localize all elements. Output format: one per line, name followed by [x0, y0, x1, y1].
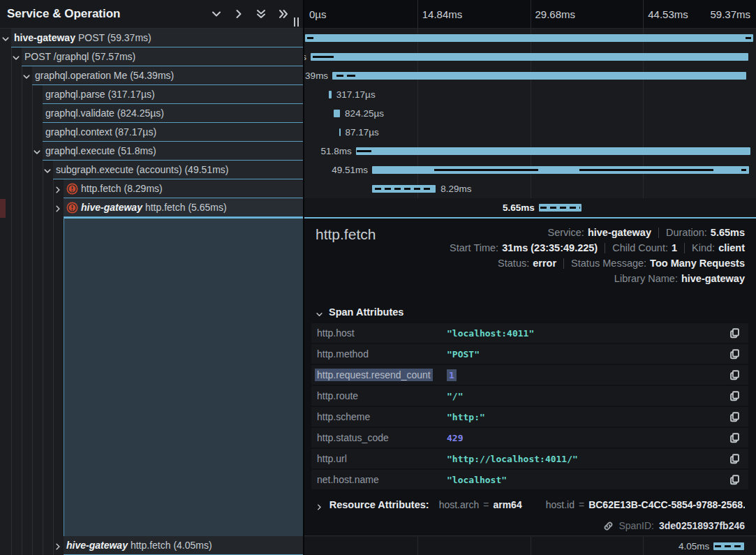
- metadata-divider: [658, 228, 659, 238]
- timeline-row[interactable]: 5.65ms: [304, 198, 756, 217]
- resource-attributes-values: host.arch=arm64host.id=BC62E13B-C4CC-585…: [429, 499, 745, 510]
- copy-icon[interactable]: [729, 327, 740, 339]
- child-span-dashes: [715, 545, 743, 547]
- timeline-row[interactable]: [304, 29, 756, 47]
- span-bar[interactable]: [329, 91, 332, 98]
- chevron-down-icon[interactable]: [211, 8, 222, 20]
- chevron-right-icon[interactable]: [54, 203, 62, 212]
- tree-row[interactable]: http.fetch (8.29ms): [0, 179, 303, 198]
- chevron-right-icon[interactable]: [233, 8, 244, 20]
- axis-tick-label: 59.37ms: [710, 8, 750, 20]
- child-span-mark: [336, 75, 343, 77]
- tree-row-content[interactable]: graphql.context (87.17µs): [43, 123, 303, 142]
- metadata-label: Status Message:: [571, 258, 646, 269]
- child-span-dashes: [540, 207, 580, 209]
- tree-row[interactable]: graphql.operation Me (54.39ms): [0, 66, 303, 85]
- span-bar[interactable]: [372, 185, 436, 193]
- link-icon[interactable]: [603, 521, 614, 531]
- double-chevron-right-icon[interactable]: [278, 8, 289, 20]
- bar-duration-label: 5.65ms: [503, 198, 535, 217]
- metadata-item: Status:error: [498, 258, 556, 269]
- timeline-row[interactable]: 4.05ms: [304, 537, 756, 555]
- axis-tick-label: 14.84ms: [422, 8, 463, 20]
- copy-icon[interactable]: [729, 348, 740, 360]
- tree-row[interactable]: graphql.context (87.17µs): [0, 123, 303, 142]
- operation-name: graphql.validate (824.25µs): [45, 108, 164, 119]
- timeline-row[interactable]: 57.57ms: [304, 47, 756, 66]
- span-bar[interactable]: [372, 166, 749, 174]
- chevron-down-icon[interactable]: [12, 52, 20, 61]
- copy-icon[interactable]: [729, 432, 740, 443]
- tree-row[interactable]: hive-gatewayPOST (59.37ms): [0, 29, 303, 47]
- bar-duration-label: 87.17µs: [345, 123, 378, 142]
- copy-icon[interactable]: [729, 453, 740, 464]
- chevron-down-icon[interactable]: [1, 34, 10, 42]
- bar-duration-label: 8.29ms: [440, 179, 471, 198]
- attribute-value: 429: [447, 433, 463, 443]
- tree-row-content[interactable]: hive-gatewayhttp.fetch (4.05ms): [64, 536, 303, 555]
- span-tree-panel: Service & Operation hive-gatewayPOST (59…: [0, 0, 303, 555]
- child-span-mark: [357, 150, 371, 152]
- tree-row-content[interactable]: hive-gatewayPOST (59.37ms): [11, 29, 303, 47]
- timeline-row[interactable]: 8.29ms: [304, 179, 756, 198]
- timeline-row[interactable]: 51.8ms: [304, 142, 756, 161]
- span-bar[interactable]: [332, 72, 746, 80]
- copy-icon[interactable]: [729, 369, 740, 380]
- span-bar[interactable]: [334, 110, 340, 117]
- span-bar[interactable]: [339, 128, 341, 136]
- metadata-label: Child Count:: [612, 242, 668, 253]
- tree-row[interactable]: subgraph.execute (accounts) (49.51ms): [0, 161, 303, 179]
- span-bar[interactable]: [311, 53, 748, 61]
- tree-row-content[interactable]: http.fetch (8.29ms): [64, 179, 303, 198]
- chevron-down-icon[interactable]: [33, 147, 41, 155]
- bar-duration-label: 54.39ms: [304, 66, 328, 85]
- timeline-row[interactable]: 54.39ms: [304, 66, 756, 85]
- tree-row[interactable]: hive-gatewayhttp.fetch (5.65ms): [0, 198, 303, 217]
- span-bar[interactable]: [539, 204, 581, 212]
- chevron-right-icon[interactable]: [54, 541, 62, 549]
- span-bar[interactable]: [713, 542, 744, 550]
- copy-icon[interactable]: [729, 390, 740, 401]
- child-span-mark: [347, 75, 355, 77]
- chevron-down-icon[interactable]: [22, 71, 31, 80]
- metadata-line: Status:errorStatus Message:Too Many Requ…: [498, 256, 745, 271]
- resource-attributes-row: Resource Attributes: host.arch=arm64host…: [316, 499, 745, 510]
- metadata-item: Library Name:hive-gateway: [614, 273, 745, 284]
- tree-row-content[interactable]: graphql.execute (51.8ms): [43, 142, 303, 161]
- tree-row-content[interactable]: graphql.parse (317.17µs): [43, 85, 303, 104]
- tree-row-content[interactable]: graphql.validate (824.25µs): [43, 104, 303, 123]
- metadata-item: Service:hive-gateway: [548, 227, 651, 238]
- metadata-label: Service:: [548, 227, 584, 238]
- chevron-right-icon[interactable]: [54, 184, 62, 193]
- copy-icon[interactable]: [729, 474, 740, 485]
- timeline-row[interactable]: 317.17µs: [304, 85, 756, 104]
- timeline-row[interactable]: 49.51ms: [304, 161, 756, 179]
- timeline-row[interactable]: 87.17µs: [304, 123, 756, 142]
- tree-row-content[interactable]: subgraph.execute (accounts) (49.51ms): [53, 161, 303, 179]
- tree-row-content[interactable]: POST /graphql (57.57ms): [22, 47, 303, 66]
- operation-name: graphql.operation Me (54.39ms): [35, 70, 174, 81]
- timeline-row[interactable]: 824.25µs: [304, 104, 756, 123]
- attribute-key: http.method: [317, 348, 369, 360]
- tree-row[interactable]: graphql.validate (824.25µs): [0, 104, 303, 123]
- span-bar[interactable]: [356, 147, 750, 155]
- tree-row[interactable]: graphql.execute (51.8ms): [0, 142, 303, 161]
- metadata-value: hive-gateway: [681, 273, 745, 284]
- attribute-key: http.status_code: [317, 432, 389, 443]
- copy-icon[interactable]: [729, 411, 740, 422]
- panel-resize-handle[interactable]: [294, 17, 300, 27]
- span-attributes-toggle[interactable]: Span Attributes: [316, 306, 403, 318]
- tree-row[interactable]: graphql.parse (317.17µs): [0, 85, 303, 104]
- metadata-value: error: [533, 258, 556, 269]
- tree-row[interactable]: hive-gatewayhttp.fetch (4.05ms): [0, 536, 303, 555]
- double-chevron-down-icon[interactable]: [255, 8, 267, 20]
- chevron-down-icon[interactable]: [43, 165, 52, 174]
- tree-row-content[interactable]: graphql.operation Me (54.39ms): [32, 66, 303, 85]
- child-span-mark: [313, 56, 334, 58]
- tree-row[interactable]: POST /graphql (57.57ms): [0, 47, 303, 66]
- tree-row-content[interactable]: hive-gatewayhttp.fetch (5.65ms): [64, 198, 303, 217]
- span-bar[interactable]: [305, 34, 753, 42]
- resource-attributes-toggle[interactable]: Resource Attributes:: [329, 499, 429, 510]
- span-id-row: SpanID: 3de02518937fb246: [603, 520, 745, 531]
- attribute-row: net.host.name"localhost": [311, 470, 748, 489]
